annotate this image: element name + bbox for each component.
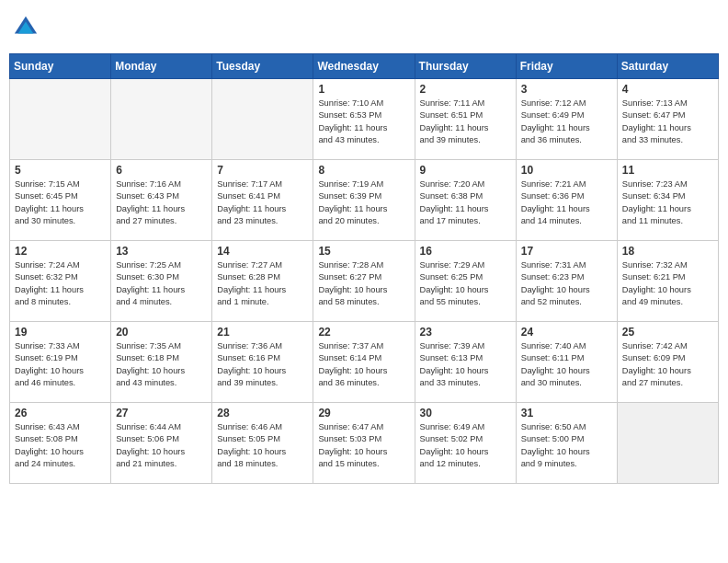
day-number: 10 [521,164,612,177]
day-number: 24 [521,326,612,339]
day-info: Sunrise: 7:40 AM Sunset: 6:11 PM Dayligh… [521,340,612,390]
day-number: 11 [622,164,713,177]
calendar-table: SundayMondayTuesdayWednesdayThursdayFrid… [9,53,719,484]
table-cell: 18Sunrise: 7:32 AM Sunset: 6:21 PM Dayli… [617,241,718,322]
table-cell: 4Sunrise: 7:13 AM Sunset: 6:47 PM Daylig… [617,79,718,160]
table-cell: 1Sunrise: 7:10 AM Sunset: 6:53 PM Daylig… [313,79,415,160]
day-info: Sunrise: 7:21 AM Sunset: 6:36 PM Dayligh… [521,178,612,228]
table-cell: 14Sunrise: 7:27 AM Sunset: 6:28 PM Dayli… [212,241,313,322]
day-number: 21 [217,326,308,339]
weekday-header-saturday: Saturday [617,54,718,79]
day-info: Sunrise: 7:32 AM Sunset: 6:21 PM Dayligh… [622,259,713,309]
day-number: 27 [116,407,207,419]
table-cell [617,403,718,484]
weekday-header-tuesday: Tuesday [212,54,313,79]
day-number: 19 [15,326,106,339]
weekday-header-wednesday: Wednesday [313,54,415,79]
table-cell [212,79,313,160]
table-cell: 8Sunrise: 7:19 AM Sunset: 6:39 PM Daylig… [313,160,415,241]
week-row-4: 19Sunrise: 7:33 AM Sunset: 6:19 PM Dayli… [10,322,719,403]
day-info: Sunrise: 7:13 AM Sunset: 6:47 PM Dayligh… [622,98,713,147]
day-info: Sunrise: 7:20 AM Sunset: 6:38 PM Dayligh… [420,178,511,228]
table-cell: 21Sunrise: 7:36 AM Sunset: 6:16 PM Dayli… [212,322,313,403]
day-number: 9 [420,164,511,177]
day-number: 22 [318,326,409,339]
table-cell: 9Sunrise: 7:20 AM Sunset: 6:38 PM Daylig… [415,160,516,241]
logo [13,15,42,40]
day-info: Sunrise: 7:35 AM Sunset: 6:18 PM Dayligh… [116,340,207,390]
day-number: 31 [521,407,612,419]
day-info: Sunrise: 7:15 AM Sunset: 6:45 PM Dayligh… [15,178,106,228]
table-cell: 16Sunrise: 7:29 AM Sunset: 6:25 PM Dayli… [415,241,516,322]
day-number: 1 [318,83,409,96]
day-number: 14 [217,245,308,258]
table-cell: 20Sunrise: 7:35 AM Sunset: 6:18 PM Dayli… [111,322,212,403]
day-info: Sunrise: 7:12 AM Sunset: 6:49 PM Dayligh… [521,98,612,147]
day-number: 28 [217,407,308,419]
day-number: 30 [420,407,511,419]
table-cell: 2Sunrise: 7:11 AM Sunset: 6:51 PM Daylig… [415,79,516,160]
table-cell: 22Sunrise: 7:37 AM Sunset: 6:14 PM Dayli… [313,322,415,403]
weekday-header-thursday: Thursday [415,54,516,79]
table-cell: 6Sunrise: 7:16 AM Sunset: 6:43 PM Daylig… [111,160,212,241]
weekday-header-sunday: Sunday [10,54,111,79]
day-info: Sunrise: 7:28 AM Sunset: 6:27 PM Dayligh… [318,259,409,309]
table-cell: 25Sunrise: 7:42 AM Sunset: 6:09 PM Dayli… [617,322,718,403]
day-number: 5 [15,164,106,177]
day-info: Sunrise: 7:39 AM Sunset: 6:13 PM Dayligh… [420,340,511,390]
table-cell: 30Sunrise: 6:49 AM Sunset: 5:02 PM Dayli… [415,403,516,484]
day-info: Sunrise: 7:37 AM Sunset: 6:14 PM Dayligh… [318,340,409,390]
day-info: Sunrise: 7:11 AM Sunset: 6:51 PM Dayligh… [420,98,511,147]
day-number: 25 [622,326,713,339]
table-cell: 26Sunrise: 6:43 AM Sunset: 5:08 PM Dayli… [10,403,111,484]
week-row-3: 12Sunrise: 7:24 AM Sunset: 6:32 PM Dayli… [10,241,719,322]
week-row-1: 1Sunrise: 7:10 AM Sunset: 6:53 PM Daylig… [10,79,719,160]
table-cell: 3Sunrise: 7:12 AM Sunset: 6:49 PM Daylig… [516,79,617,160]
day-info: Sunrise: 7:24 AM Sunset: 6:32 PM Dayligh… [15,259,106,309]
table-cell: 31Sunrise: 6:50 AM Sunset: 5:00 PM Dayli… [516,403,617,484]
table-cell [10,79,111,160]
day-number: 4 [622,83,713,96]
table-cell: 28Sunrise: 6:46 AM Sunset: 5:05 PM Dayli… [212,403,313,484]
day-info: Sunrise: 6:50 AM Sunset: 5:00 PM Dayligh… [521,421,612,471]
day-info: Sunrise: 7:29 AM Sunset: 6:25 PM Dayligh… [420,259,511,309]
day-number: 16 [420,245,511,258]
table-cell: 17Sunrise: 7:31 AM Sunset: 6:23 PM Dayli… [516,241,617,322]
day-number: 15 [318,245,409,258]
day-number: 20 [116,326,207,339]
day-info: Sunrise: 6:49 AM Sunset: 5:02 PM Dayligh… [420,421,511,471]
weekday-header-row: SundayMondayTuesdayWednesdayThursdayFrid… [10,54,719,79]
day-info: Sunrise: 6:44 AM Sunset: 5:06 PM Dayligh… [116,421,207,471]
day-info: Sunrise: 7:42 AM Sunset: 6:09 PM Dayligh… [622,340,713,390]
table-cell: 10Sunrise: 7:21 AM Sunset: 6:36 PM Dayli… [516,160,617,241]
day-info: Sunrise: 6:47 AM Sunset: 5:03 PM Dayligh… [318,421,409,471]
day-info: Sunrise: 7:10 AM Sunset: 6:53 PM Dayligh… [318,98,409,147]
day-info: Sunrise: 7:33 AM Sunset: 6:19 PM Dayligh… [15,340,106,390]
day-number: 12 [15,245,106,258]
day-number: 17 [521,245,612,258]
table-cell: 13Sunrise: 7:25 AM Sunset: 6:30 PM Dayli… [111,241,212,322]
table-cell [111,79,212,160]
table-cell: 12Sunrise: 7:24 AM Sunset: 6:32 PM Dayli… [10,241,111,322]
table-cell: 29Sunrise: 6:47 AM Sunset: 5:03 PM Dayli… [313,403,415,484]
weekday-header-friday: Friday [516,54,617,79]
day-info: Sunrise: 7:23 AM Sunset: 6:34 PM Dayligh… [622,178,713,228]
table-cell: 23Sunrise: 7:39 AM Sunset: 6:13 PM Dayli… [415,322,516,403]
day-number: 29 [318,407,409,419]
day-info: Sunrise: 7:36 AM Sunset: 6:16 PM Dayligh… [217,340,308,390]
day-info: Sunrise: 7:31 AM Sunset: 6:23 PM Dayligh… [521,259,612,309]
table-cell: 19Sunrise: 7:33 AM Sunset: 6:19 PM Dayli… [10,322,111,403]
day-number: 6 [116,164,207,177]
table-cell: 15Sunrise: 7:28 AM Sunset: 6:27 PM Dayli… [313,241,415,322]
day-info: Sunrise: 6:43 AM Sunset: 5:08 PM Dayligh… [15,421,106,471]
table-cell: 7Sunrise: 7:17 AM Sunset: 6:41 PM Daylig… [212,160,313,241]
day-number: 8 [318,164,409,177]
week-row-2: 5Sunrise: 7:15 AM Sunset: 6:45 PM Daylig… [10,160,719,241]
table-cell: 27Sunrise: 6:44 AM Sunset: 5:06 PM Dayli… [111,403,212,484]
day-number: 3 [521,83,612,96]
week-row-5: 26Sunrise: 6:43 AM Sunset: 5:08 PM Dayli… [10,403,719,484]
day-info: Sunrise: 7:19 AM Sunset: 6:39 PM Dayligh… [318,178,409,228]
day-info: Sunrise: 7:16 AM Sunset: 6:43 PM Dayligh… [116,178,207,228]
day-number: 23 [420,326,511,339]
weekday-header-monday: Monday [111,54,212,79]
